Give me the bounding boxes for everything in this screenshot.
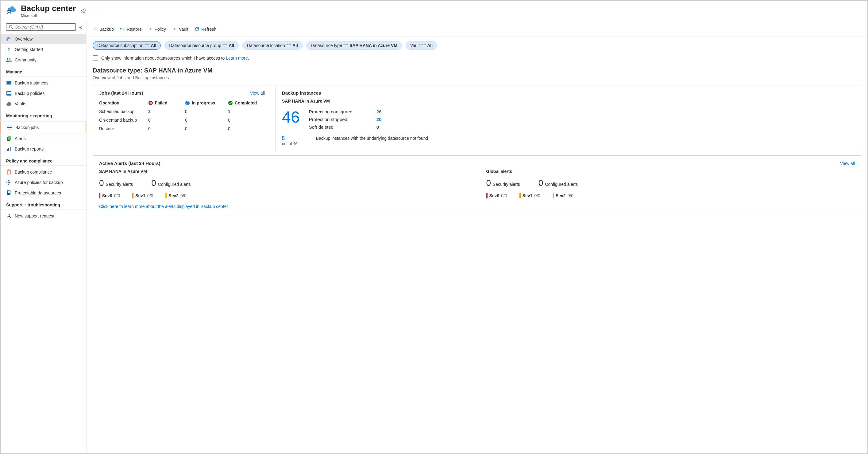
sidebar-item-backup-compliance[interactable]: Backup compliance [1,167,86,177]
issue-text: Backup instances with the underlying dat… [316,136,855,141]
svg-point-15 [7,125,8,126]
svg-rect-29 [8,192,10,193]
sidebar-item-getting-started[interactable]: Getting started [1,44,86,55]
jobs-col-completed: Completed [228,101,265,105]
filter-resource-group[interactable]: Datasource resource group == All [164,41,239,50]
sev2-badge: Sev20/0 [553,193,574,198]
alerts-icon [6,136,12,141]
pin-icon[interactable] [81,8,86,13]
sidebar-item-community[interactable]: Community [1,55,86,65]
collapse-sidebar-icon[interactable]: « [79,24,82,30]
svg-rect-28 [8,191,10,192]
overview-title: Datasource type: SAP HANA in Azure VM [93,67,861,74]
sidebar-item-backup-policies[interactable]: Backup policies [1,88,86,98]
jobs-col-operation: Operation [99,101,148,105]
vaults-icon [6,101,12,107]
alerts-view-all-link[interactable]: View all [840,161,855,166]
failed-icon [148,101,153,105]
more-icon[interactable]: ··· [92,8,98,14]
protection-configured-link[interactable]: 26 [376,109,395,114]
restore-button[interactable]: Restore [120,27,142,32]
sidebar-item-label: Alerts [15,136,26,141]
community-icon [6,57,12,63]
sev1-badge: Sev10/0 [520,193,540,198]
compliance-icon [6,169,12,175]
alerts-card: Active Alerts (last 24 Hours) View all S… [93,155,861,214]
sidebar-item-backup-jobs[interactable]: Backup jobs [1,122,86,133]
svg-point-5 [7,58,8,60]
jobs-row: Restore 0 0 0 [99,124,265,133]
sidebar-item-label: Backup instances [15,81,49,85]
sidebar-item-label: Backup reports [15,146,43,151]
backup-jobs-icon [7,125,12,130]
sidebar-item-label: Getting started [15,47,43,52]
sev0-badge: Sev00/0 [486,193,507,198]
sidebar-item-azure-policies[interactable]: Azure policies for backup [1,177,86,188]
jobs-card: Jobs (last 24 Hours) View all Operation … [93,85,271,151]
sidebar-item-protectable-datasources[interactable]: Protectable datasources [1,188,86,198]
sidebar-section-manage: Manage [1,65,86,77]
alerts-card-title: Active Alerts (last 24 Hours) [99,161,160,166]
instances-total[interactable]: 46 [282,109,300,125]
toolbar: ＋Backup Restore ＋Policy ＋Vault Refresh [87,22,867,37]
support-icon [6,213,12,219]
search-input[interactable] [15,25,73,29]
access-checkbox[interactable] [93,55,98,61]
svg-point-2 [9,25,12,28]
sidebar-item-overview[interactable]: Overview [1,34,86,44]
jobs-view-all-link[interactable]: View all [250,91,265,95]
filter-type[interactable]: Datasource type == SAP HANA in Azure VM [306,41,402,50]
backup-button[interactable]: ＋Backup [93,26,114,32]
sidebar-item-label: Backup compliance [15,170,52,174]
sidebar-item-label: Overview [15,36,33,41]
protectable-icon [6,190,12,196]
page-subtitle: Microsoft [21,13,76,18]
svg-point-32 [185,101,190,105]
svg-point-26 [8,181,10,183]
refresh-button[interactable]: Refresh [194,27,216,32]
jobs-row: Scheduled backup 2 0 1 [99,107,265,116]
alerts-learn-more-link[interactable]: Click here to learn more about the alert… [99,204,228,209]
sidebar-item-backup-reports[interactable]: Backup reports [1,144,86,154]
main-content: ＋Backup Restore ＋Policy ＋Vault Refresh D… [87,22,867,453]
sev2-badge: Sev20/0 [165,193,186,198]
backup-reports-icon [6,146,12,152]
jobs-col-inprogress: In progress [185,101,228,105]
svg-point-1 [8,12,10,13]
learn-more-link[interactable]: Learn more [226,56,248,60]
sidebar-item-label: Backup policies [15,91,44,96]
filter-location[interactable]: Datasource location == All [242,41,303,50]
protection-stopped-link[interactable]: 20 [376,117,395,122]
completed-count-link[interactable]: 1 [228,109,230,114]
svg-point-16 [9,127,10,128]
getting-started-icon [6,47,12,52]
svg-rect-8 [7,81,11,84]
svg-rect-4 [8,50,9,51]
policy-button[interactable]: ＋Policy [148,26,166,32]
sidebar-item-label: Vaults [15,102,26,106]
svg-rect-20 [7,149,8,151]
svg-point-17 [8,129,9,129]
undo-icon [120,27,125,32]
backup-center-icon [6,5,17,16]
svg-rect-19 [8,136,11,140]
backup-policies-icon [6,91,12,96]
sidebar-section-monitoring: Monitoring + reporting [1,109,86,120]
search-icon [9,25,13,29]
svg-rect-21 [8,148,9,151]
sidebar: « Overview Getting started Community Man… [1,22,87,453]
issue-count-link[interactable]: 5 [282,136,298,141]
sidebar-item-vaults[interactable]: Vaults [1,98,86,109]
filter-bar: Datasource subscription == All Datasourc… [87,37,867,53]
sidebar-item-new-support-request[interactable]: New support request [1,211,86,221]
sidebar-search[interactable] [6,23,76,31]
failed-count-link[interactable]: 2 [148,109,151,114]
filter-vault[interactable]: Vault == All [406,41,437,50]
jobs-row: On-demand backup 0 0 0 [99,116,265,124]
filter-subscription[interactable]: Datasource subscription == All [93,41,161,50]
sidebar-item-alerts[interactable]: Alerts [1,133,86,144]
backup-instances-icon [6,80,12,86]
sidebar-item-backup-instances[interactable]: Backup instances [1,78,86,88]
vault-button[interactable]: ＋Vault [172,26,188,32]
soft-deleted-count: 0 [376,124,395,130]
